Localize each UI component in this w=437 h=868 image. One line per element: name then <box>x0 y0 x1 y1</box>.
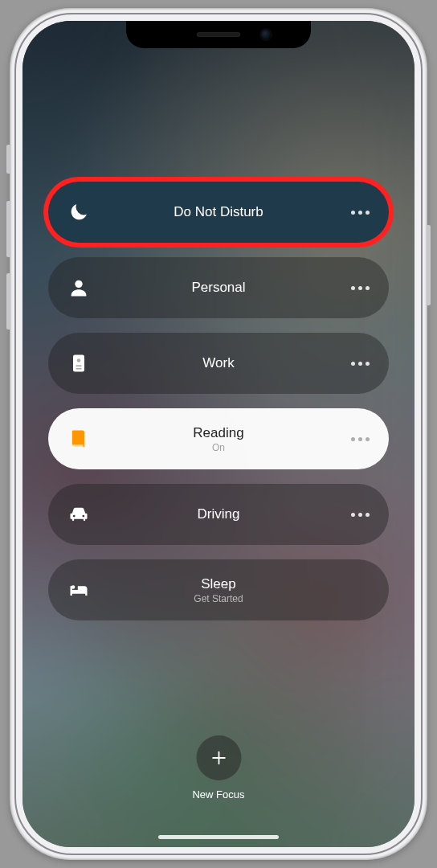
home-indicator[interactable] <box>158 835 279 839</box>
moon-icon <box>66 199 92 225</box>
volume-down-button <box>6 273 10 330</box>
more-icon[interactable] <box>351 211 370 215</box>
focus-row-label: Sleep Get Started <box>48 576 389 604</box>
focus-row-label: Driving <box>48 506 389 522</box>
more-icon[interactable] <box>351 513 370 517</box>
more-icon[interactable] <box>351 362 370 366</box>
person-icon <box>66 275 92 301</box>
more-icon[interactable] <box>351 286 370 290</box>
focus-row-dnd[interactable]: Do Not Disturb <box>48 182 389 243</box>
front-camera <box>261 30 271 39</box>
focus-row-sleep[interactable]: Sleep Get Started <box>48 559 389 620</box>
screen: Do Not Disturb Personal <box>22 21 415 847</box>
svg-rect-3 <box>76 365 82 366</box>
more-icon[interactable] <box>351 437 370 441</box>
svg-rect-4 <box>76 368 82 370</box>
bed-icon <box>66 577 92 603</box>
focus-row-work[interactable]: Work <box>48 333 389 394</box>
focus-row-label: Reading On <box>48 425 389 453</box>
focus-row-label: Work <box>48 355 389 371</box>
svg-point-2 <box>77 358 81 362</box>
svg-point-0 <box>75 280 82 288</box>
book-icon <box>66 426 92 452</box>
focus-menu: Do Not Disturb Personal <box>22 21 415 847</box>
power-button <box>427 225 431 305</box>
focus-row-reading[interactable]: Reading On <box>48 408 389 469</box>
badge-icon <box>66 350 92 376</box>
focus-row-label: Do Not Disturb <box>48 204 389 220</box>
phone-frame: Do Not Disturb Personal <box>10 8 427 860</box>
focus-row-driving[interactable]: Driving <box>48 484 389 545</box>
focus-row-personal[interactable]: Personal <box>48 257 389 318</box>
car-icon <box>66 502 92 527</box>
speaker-grille <box>197 32 240 37</box>
mute-switch <box>6 145 10 174</box>
focus-row-label: Personal <box>48 280 389 296</box>
notch <box>126 21 311 48</box>
volume-up-button <box>6 201 10 257</box>
svg-rect-5 <box>72 444 84 446</box>
